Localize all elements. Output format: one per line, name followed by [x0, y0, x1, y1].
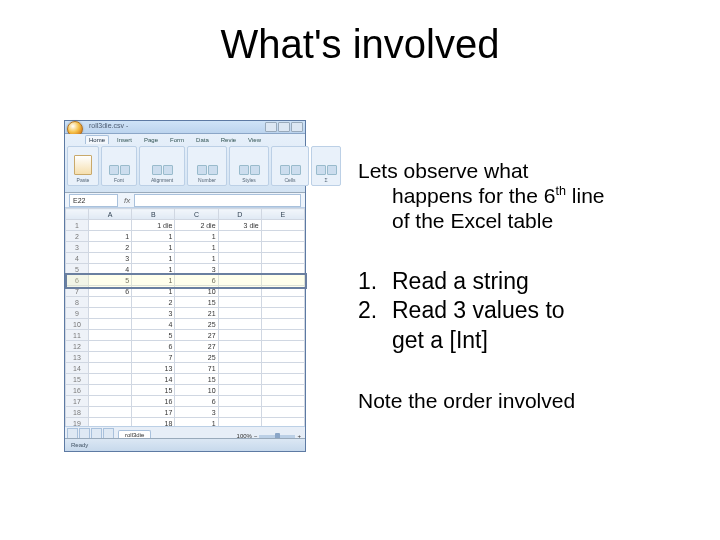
ribbon-icon[interactable] [291, 165, 301, 175]
cell[interactable] [261, 319, 304, 330]
cell[interactable] [218, 341, 261, 352]
cell[interactable] [261, 363, 304, 374]
ribbon-tab-revie[interactable]: Revie [217, 135, 240, 144]
ribbon-tab-form[interactable]: Form [166, 135, 188, 144]
cell[interactable] [218, 286, 261, 297]
cell[interactable]: 1 [132, 275, 175, 286]
cell[interactable]: 15 [175, 374, 218, 385]
row-header[interactable]: 8 [66, 297, 89, 308]
ribbon-tab-view[interactable]: View [244, 135, 265, 144]
cell[interactable]: 1 [175, 231, 218, 242]
ribbon-icon[interactable] [74, 155, 92, 175]
cell[interactable]: 71 [175, 363, 218, 374]
cell[interactable]: 3 [175, 264, 218, 275]
cell[interactable] [218, 374, 261, 385]
row-header[interactable]: 6 [66, 275, 89, 286]
cell[interactable]: 3 die [218, 220, 261, 231]
ribbon-icon[interactable] [250, 165, 260, 175]
close-icon[interactable] [291, 122, 303, 132]
cell[interactable]: 15 [175, 297, 218, 308]
cell[interactable]: 1 [89, 231, 132, 242]
cell[interactable]: 1 [132, 253, 175, 264]
row-header[interactable]: 19 [66, 418, 89, 427]
cell[interactable]: 14 [132, 374, 175, 385]
ribbon-group-number[interactable]: Number [187, 146, 227, 186]
cell[interactable] [261, 253, 304, 264]
ribbon-group-alignment[interactable]: Alignment [139, 146, 185, 186]
cell[interactable] [218, 231, 261, 242]
cell[interactable] [261, 242, 304, 253]
ribbon-icon[interactable] [120, 165, 130, 175]
cell[interactable]: 1 die [132, 220, 175, 231]
ribbon-icon[interactable] [280, 165, 290, 175]
cell[interactable] [261, 297, 304, 308]
cell[interactable] [261, 220, 304, 231]
cell[interactable]: 3 [132, 308, 175, 319]
cell[interactable]: 1 [175, 418, 218, 427]
cell[interactable] [218, 396, 261, 407]
row-header[interactable]: 12 [66, 341, 89, 352]
ribbon-tab-page[interactable]: Page [140, 135, 162, 144]
ribbon-icon[interactable] [109, 165, 119, 175]
col-header-C[interactable]: C [175, 209, 218, 220]
cell[interactable] [89, 363, 132, 374]
cell[interactable] [89, 374, 132, 385]
cell[interactable]: 1 [175, 253, 218, 264]
cell[interactable] [261, 231, 304, 242]
cell[interactable] [89, 385, 132, 396]
ribbon-icon[interactable] [152, 165, 162, 175]
cell[interactable] [261, 286, 304, 297]
cell[interactable] [89, 407, 132, 418]
cell[interactable]: 21 [175, 308, 218, 319]
ribbon-group-paste[interactable]: Paste [67, 146, 99, 186]
ribbon-tab-data[interactable]: Data [192, 135, 213, 144]
cell[interactable]: 17 [132, 407, 175, 418]
cell[interactable] [89, 330, 132, 341]
cell[interactable]: 6 [175, 396, 218, 407]
cell[interactable] [261, 407, 304, 418]
row-header[interactable]: 18 [66, 407, 89, 418]
cell[interactable] [89, 319, 132, 330]
cell[interactable] [261, 374, 304, 385]
cell[interactable] [218, 253, 261, 264]
row-header[interactable]: 9 [66, 308, 89, 319]
col-header-B[interactable]: B [132, 209, 175, 220]
cell[interactable] [89, 308, 132, 319]
cell[interactable] [261, 275, 304, 286]
cell[interactable]: 27 [175, 330, 218, 341]
ribbon-icon[interactable] [208, 165, 218, 175]
ribbon-icon[interactable] [327, 165, 337, 175]
ribbon-group-styles[interactable]: Styles [229, 146, 269, 186]
ribbon-group-σ[interactable]: Σ [311, 146, 341, 186]
col-header-D[interactable]: D [218, 209, 261, 220]
cell[interactable]: 10 [175, 286, 218, 297]
cell[interactable]: 6 [132, 341, 175, 352]
ribbon-group-font[interactable]: Font [101, 146, 137, 186]
cell[interactable] [261, 341, 304, 352]
cell[interactable]: 25 [175, 352, 218, 363]
cell[interactable]: 1 [175, 242, 218, 253]
name-box[interactable]: E22 [69, 194, 118, 207]
ribbon-icon[interactable] [197, 165, 207, 175]
minimize-icon[interactable] [265, 122, 277, 132]
cell[interactable]: 1 [132, 286, 175, 297]
cell[interactable]: 1 [132, 264, 175, 275]
cell[interactable] [218, 242, 261, 253]
row-header[interactable]: 3 [66, 242, 89, 253]
cell[interactable]: 1 [132, 242, 175, 253]
cell[interactable] [89, 418, 132, 427]
cell[interactable]: 13 [132, 363, 175, 374]
cell[interactable]: 6 [89, 286, 132, 297]
ribbon-icon[interactable] [239, 165, 249, 175]
cell[interactable]: 6 [175, 275, 218, 286]
cell[interactable] [218, 407, 261, 418]
cell[interactable] [89, 297, 132, 308]
cell[interactable]: 4 [89, 264, 132, 275]
cell[interactable] [89, 352, 132, 363]
ribbon-icon[interactable] [163, 165, 173, 175]
cell[interactable] [261, 352, 304, 363]
cell[interactable] [218, 352, 261, 363]
cell[interactable]: 5 [132, 330, 175, 341]
excel-table[interactable]: ABCDE11 die2 die3 die2111321143115413651… [65, 208, 305, 426]
row-header[interactable]: 7 [66, 286, 89, 297]
